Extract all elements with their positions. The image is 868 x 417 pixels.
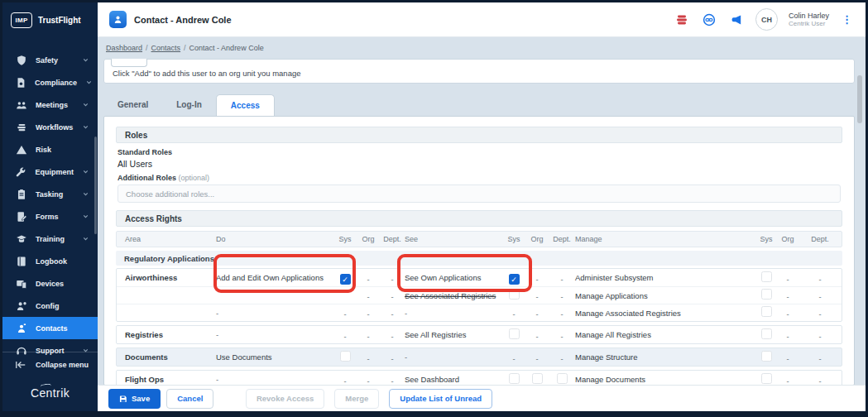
column-header-area: Area (117, 235, 216, 243)
checkbox-unchecked[interactable] (761, 289, 772, 300)
additional-roles-label: Additional Roles (optional) (117, 174, 841, 182)
link-icon[interactable] (701, 12, 717, 28)
checkbox-unchecked[interactable] (340, 351, 351, 362)
dash-placeholder: - (367, 376, 369, 386)
table-row: --See Associated Registries--Manage Appl… (117, 286, 842, 304)
chevron-down-icon (82, 235, 89, 242)
checkbox-unchecked[interactable] (761, 306, 772, 317)
save-button[interactable]: Save (108, 389, 161, 409)
brand-logo[interactable]: IMP TrustFlight (2, 2, 98, 37)
graduation-cap-icon (15, 232, 27, 245)
sidebar-item-contacts[interactable]: Contacts (2, 317, 98, 339)
collapse-menu-label: Collapse menu (36, 361, 89, 369)
column-header-dept-: Dept. (553, 235, 571, 243)
permission-label: Use Documents (216, 352, 333, 362)
checkbox-unchecked[interactable] (761, 373, 772, 384)
breadcrumb-item-contacts[interactable]: Contacts (151, 44, 181, 52)
table-row-flight-ops: Flight Ops----See DashboardManage Docume… (117, 371, 842, 386)
optional-hint: (optional) (179, 174, 210, 182)
checkbox-checked[interactable]: ✓ (340, 274, 351, 285)
sidebar-item-label: Workflows (36, 123, 73, 132)
chevron-down-icon (82, 213, 89, 220)
checkbox-unchecked[interactable] (509, 373, 520, 384)
permission-label: See Dashboard (405, 375, 502, 384)
dash-placeholder: - (343, 332, 346, 341)
checkbox-unchecked[interactable] (761, 351, 772, 362)
dash-placeholder: - (391, 309, 393, 319)
checkbox-unchecked[interactable] (761, 271, 772, 282)
contact-card-icon (15, 322, 27, 334)
checkbox-unchecked[interactable] (532, 373, 543, 384)
column-header-dept-: Dept. (811, 235, 829, 243)
shield-icon (15, 54, 27, 66)
dash-placeholder: - (535, 332, 538, 341)
sidebar-item-tasking[interactable]: Tasking (2, 183, 98, 205)
dash-placeholder: - (818, 332, 821, 341)
dash-placeholder: - (367, 309, 369, 319)
user-name: Colin Harley (789, 12, 829, 20)
window-scrollbar-thumb[interactable] (857, 75, 862, 123)
column-header-see: See (405, 235, 502, 243)
user-role: Centrik User (789, 20, 829, 27)
permission-label: See All Registries (405, 330, 502, 339)
chevron-down-icon (82, 190, 89, 198)
devices-icon (15, 277, 27, 290)
access-table-body: AirworthinessAdd and Edit Own Applicatio… (116, 268, 842, 386)
user-gear-icon (15, 300, 27, 312)
stack-icon[interactable] (674, 12, 690, 28)
sidebar-item-label: Forms (36, 213, 59, 221)
breadcrumb-separator: / (184, 44, 186, 52)
sidebar-item-equipment[interactable]: Equipment (2, 161, 98, 183)
add-button-partial[interactable] (111, 59, 147, 67)
checkbox-unchecked[interactable] (509, 289, 520, 300)
kebab-menu-icon[interactable]: ⋮ (840, 13, 854, 26)
megaphone-icon[interactable] (728, 12, 745, 28)
sidebar-scrollbar-thumb[interactable] (94, 137, 97, 234)
sidebar-item-label: Tasking (36, 190, 63, 199)
sidebar-item-safety[interactable]: Safety (2, 49, 98, 71)
access-panel: Roles Standard Roles All Users Additiona… (103, 116, 855, 386)
chevron-down-icon (82, 168, 89, 175)
sidebar-item-meetings[interactable]: Meetings (2, 93, 98, 116)
breadcrumb-separator: / (146, 44, 148, 52)
sidebar-item-forms[interactable]: Forms (2, 205, 98, 228)
dash-placeholder: - (216, 375, 218, 384)
breadcrumb-item-dashboard[interactable]: Dashboard (106, 44, 142, 52)
table-row-airworthiness: AirworthinessAdd and Edit Own Applicatio… (117, 269, 842, 286)
chevron-down-icon (82, 101, 89, 108)
dash-placeholder: - (367, 275, 369, 284)
checkbox-unchecked[interactable] (509, 328, 520, 339)
checkbox-unchecked[interactable] (761, 328, 772, 339)
tab-access[interactable]: Access (216, 94, 275, 117)
sidebar-item-compliance[interactable]: Compliance (2, 71, 98, 93)
sidebar-item-config[interactable]: Config (2, 295, 98, 317)
dash-placeholder: - (535, 309, 538, 319)
dash-placeholder: - (367, 292, 369, 301)
dash-placeholder: - (405, 352, 407, 362)
access-section: Registries----See All Registries--Manage… (116, 325, 842, 344)
app-window: IMP TrustFlight SafetyComplianceMeetings… (0, 0, 868, 417)
cancel-button[interactable]: Cancel (166, 389, 213, 409)
column-header-org: Org (781, 235, 794, 243)
revoke-access-button[interactable]: Revoke Access (246, 389, 324, 409)
sidebar-item-logbook[interactable]: Logbook (2, 250, 98, 272)
avatar[interactable]: CH (755, 8, 778, 31)
tab-log-in[interactable]: Log-In (162, 94, 216, 116)
dash-placeholder: - (818, 292, 821, 301)
sidebar-item-risk[interactable]: Risk (2, 138, 98, 161)
additional-roles-input[interactable] (117, 185, 841, 203)
collapse-menu-button[interactable]: Collapse menu (2, 352, 98, 376)
update-list-of-unread-button[interactable]: Update List of Unread (389, 389, 492, 409)
permission-label: Manage All Registries (575, 330, 755, 339)
sidebar-item-devices[interactable]: Devices (2, 272, 98, 295)
book-icon (15, 255, 27, 267)
sidebar-item-workflows[interactable]: Workflows (2, 116, 98, 138)
checkbox-unchecked[interactable] (557, 373, 568, 384)
sidebar-item-training[interactable]: Training (2, 228, 98, 250)
dash-placeholder: - (786, 376, 789, 386)
tab-general[interactable]: General (103, 94, 162, 116)
tab-bar: GeneralLog-InAccess (103, 93, 275, 116)
dash-placeholder: - (818, 309, 821, 319)
merge-button[interactable]: Merge (334, 389, 379, 409)
checkbox-checked[interactable]: ✓ (509, 274, 520, 285)
